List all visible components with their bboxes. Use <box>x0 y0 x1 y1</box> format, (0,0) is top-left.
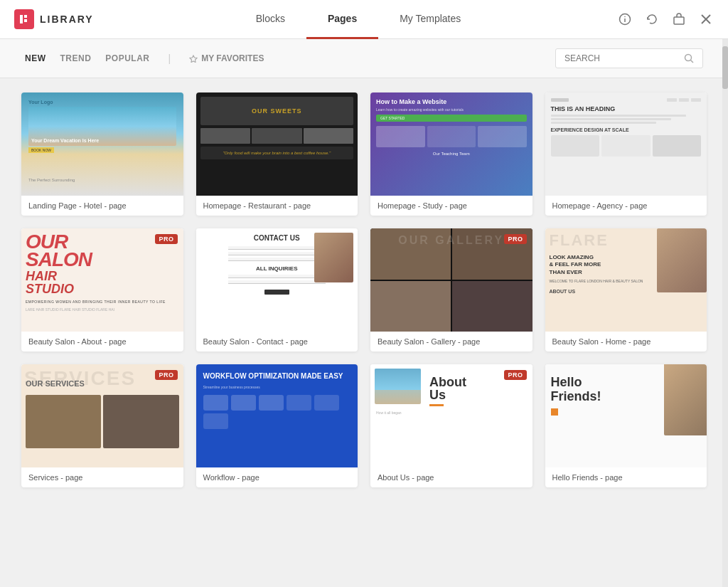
template-preview-beauty-about: PRO OURSALON HAIRSTUDIO EMPOWERING WOMEN… <box>21 228 183 332</box>
svg-line-10 <box>691 60 694 63</box>
templates-grid: Your Logo Your Dream Vacation Is Here BO… <box>21 92 707 487</box>
library-title: LIBRARY <box>40 14 94 25</box>
template-card-agency[interactable]: THIS IS AN HEADING EXPERIENCE DESIGN AT … <box>545 92 707 216</box>
bag-icon[interactable] <box>671 11 687 27</box>
filter-tabs: NEW TREND POPULAR | MY FAVORITES <box>25 53 555 64</box>
agency-label: Homepage - Agency - page <box>545 196 707 216</box>
filter-trend[interactable]: TREND <box>60 53 92 63</box>
template-card-beauty-home[interactable]: PRO FLARE LOOK AMAZING& FEEL FAR MORETHA… <box>545 228 707 351</box>
template-card-services[interactable]: PRO SERVICES OUR SERVICES Services - pag… <box>21 364 183 487</box>
template-preview-restaurant: OUR SWEETS "Only food will make your bra… <box>196 92 358 196</box>
pro-badge-beauty-gallery: PRO <box>504 234 526 244</box>
template-card-beauty-contact[interactable]: PRO CONTACT US ALL INQUIRIES Beauty Salo… <box>196 228 358 351</box>
hotel-brand: Your Logo <box>28 100 53 105</box>
refresh-icon[interactable] <box>644 11 660 27</box>
template-preview-beauty-contact: PRO CONTACT US ALL INQUIRIES <box>196 228 358 332</box>
info-icon[interactable] <box>617 11 633 27</box>
template-card-restaurant[interactable]: OUR SWEETS "Only food will make your bra… <box>196 92 358 216</box>
template-card-beauty-about[interactable]: PRO OURSALON HAIRSTUDIO EMPOWERING WOMEN… <box>21 228 183 351</box>
svg-point-5 <box>624 16 626 18</box>
favorites-tab[interactable]: MY FAVORITES <box>189 53 264 63</box>
divider: | <box>168 53 171 64</box>
template-preview-study: How to Make a Website Learn how to creat… <box>370 92 532 196</box>
workflow-label: Workflow - page <box>196 467 358 487</box>
svg-point-9 <box>685 55 692 61</box>
template-preview-about-us: PRO AboutUs How it all began <box>370 364 532 467</box>
hello-label: Hello Friends - page <box>545 467 707 487</box>
favorites-label: MY FAVORITES <box>201 53 264 63</box>
header-actions <box>617 11 714 27</box>
template-preview-workflow: WORKFLOW OPTIMIZATION MADE EASY Streamli… <box>196 364 358 467</box>
template-preview-hotel: Your Logo Your Dream Vacation Is Here BO… <box>21 92 183 196</box>
search-input[interactable] <box>564 53 678 63</box>
beauty-home-label: Beauty Salon - Home - page <box>545 332 707 351</box>
search-icon <box>684 53 694 63</box>
template-preview-hello: PRO HelloFriends! <box>545 364 707 467</box>
template-card-about-us[interactable]: PRO AboutUs How it all began About Us - … <box>370 364 532 487</box>
beauty-contact-label: Beauty Salon - Contact - page <box>196 332 358 351</box>
svg-rect-1 <box>24 15 27 18</box>
study-label: Homepage - Study - page <box>370 196 532 216</box>
restaurant-label: Homepage - Restaurant - page <box>196 196 358 216</box>
pro-badge-about-us: PRO <box>504 370 526 380</box>
search-area[interactable] <box>555 48 703 68</box>
tab-pages[interactable]: Pages <box>306 0 378 39</box>
pro-badge-services: PRO <box>155 370 177 380</box>
hotel-hero: Your Dream Vacation Is Here <box>28 107 176 146</box>
about-us-label: About Us - page <box>370 467 532 487</box>
template-card-hotel[interactable]: Your Logo Your Dream Vacation Is Here BO… <box>21 92 183 216</box>
template-card-study[interactable]: How to Make a Website Learn how to creat… <box>370 92 532 216</box>
content-area: Your Logo Your Dream Vacation Is Here BO… <box>0 78 728 587</box>
services-label: Services - page <box>21 467 183 487</box>
svg-rect-6 <box>674 17 684 24</box>
scrollbar-thumb[interactable] <box>722 46 728 89</box>
hotel-label: Landing Page - Hotel - page <box>21 196 183 216</box>
template-card-beauty-gallery[interactable]: PRO OUR GALLERY Beauty Salon - Gallery -… <box>370 228 532 351</box>
filter-new[interactable]: NEW <box>25 53 46 63</box>
filter-bar: NEW TREND POPULAR | MY FAVORITES <box>0 39 728 78</box>
svg-rect-2 <box>24 19 27 22</box>
template-preview-services: PRO SERVICES OUR SERVICES <box>21 364 183 467</box>
beauty-about-label: Beauty Salon - About - page <box>21 332 183 351</box>
scrollbar-track[interactable] <box>722 39 728 587</box>
pro-badge-beauty-about: PRO <box>155 234 177 244</box>
header: LIBRARY Blocks Pages My Templates <box>0 0 728 39</box>
nav-tabs: Blocks Pages My Templates <box>100 0 617 39</box>
tab-blocks[interactable]: Blocks <box>235 0 306 39</box>
elementor-logo-icon <box>14 9 34 29</box>
tab-my-templates[interactable]: My Templates <box>378 0 482 39</box>
template-card-workflow[interactable]: WORKFLOW OPTIMIZATION MADE EASY Streamli… <box>196 364 358 487</box>
template-preview-agency: THIS IS AN HEADING EXPERIENCE DESIGN AT … <box>545 92 707 196</box>
logo-area: LIBRARY <box>14 9 100 29</box>
beauty-gallery-label: Beauty Salon - Gallery - page <box>370 332 532 351</box>
svg-rect-0 <box>20 15 23 23</box>
close-icon[interactable] <box>698 11 714 27</box>
filter-popular[interactable]: POPULAR <box>105 53 149 63</box>
template-card-hello[interactable]: PRO HelloFriends! Hello Friends - page <box>545 364 707 487</box>
template-preview-beauty-gallery: PRO OUR GALLERY <box>370 228 532 332</box>
template-preview-beauty-home: PRO FLARE LOOK AMAZING& FEEL FAR MORETHA… <box>545 228 707 332</box>
